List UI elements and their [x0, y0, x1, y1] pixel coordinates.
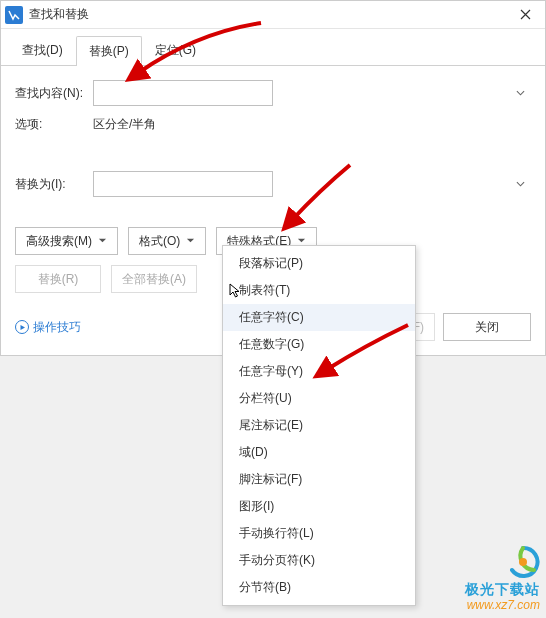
menu-item-footnote[interactable]: 脚注标记(F) — [223, 466, 415, 493]
menu-item-tab[interactable]: 制表符(T) — [223, 277, 415, 304]
tab-replace[interactable]: 替换(P) — [76, 36, 142, 66]
menu-item-paragraph[interactable]: 段落标记(P) — [223, 250, 415, 277]
dialog-body: 查找内容(N): 选项: 区分全/半角 替换为(I): — [1, 66, 545, 217]
find-label: 查找内容(N): — [15, 85, 93, 102]
close-icon[interactable] — [509, 3, 541, 27]
menu-item-column-break[interactable]: 分栏符(U) — [223, 385, 415, 412]
menu-item-section-break[interactable]: 分节符(B) — [223, 574, 415, 601]
replace-button: 替换(R) — [15, 265, 101, 293]
menu-item-any-letter[interactable]: 任意字母(Y) — [223, 358, 415, 385]
replace-all-button: 全部替换(A) — [111, 265, 197, 293]
tab-find[interactable]: 查找(D) — [9, 35, 76, 65]
titlebar: 查找和替换 — [1, 1, 545, 29]
tips-link[interactable]: 操作技巧 — [15, 319, 81, 336]
chevron-down-icon — [516, 180, 525, 189]
tab-bar: 查找(D) 替换(P) 定位(G) — [1, 29, 545, 66]
replace-input[interactable] — [93, 171, 273, 197]
logo-icon — [506, 545, 540, 579]
watermark: 极光下载站 www.xz7.com — [465, 545, 540, 612]
menu-item-field[interactable]: 域(D) — [223, 439, 415, 466]
app-icon — [5, 6, 23, 24]
chevron-down-icon — [516, 89, 525, 98]
chevron-down-icon — [186, 234, 195, 248]
play-icon — [15, 320, 29, 334]
menu-item-any-char[interactable]: 任意字符(C) — [223, 304, 415, 331]
window-title: 查找和替换 — [29, 6, 509, 23]
menu-item-graphic[interactable]: 图形(I) — [223, 493, 415, 520]
tab-goto[interactable]: 定位(G) — [142, 35, 209, 65]
menu-item-endnote[interactable]: 尾注标记(E) — [223, 412, 415, 439]
menu-item-any-digit[interactable]: 任意数字(G) — [223, 331, 415, 358]
watermark-name: 极光下载站 — [465, 581, 540, 598]
svg-point-0 — [519, 558, 527, 566]
menu-item-manual-linebreak[interactable]: 手动换行符(L) — [223, 520, 415, 547]
menu-item-manual-pagebreak[interactable]: 手动分页符(K) — [223, 547, 415, 574]
special-format-menu: 段落标记(P) 制表符(T) 任意字符(C) 任意数字(G) 任意字母(Y) 分… — [222, 245, 416, 606]
watermark-url: www.xz7.com — [465, 598, 540, 612]
options-value: 区分全/半角 — [93, 116, 156, 133]
format-button[interactable]: 格式(O) — [128, 227, 206, 255]
find-input[interactable] — [93, 80, 273, 106]
advanced-search-button[interactable]: 高级搜索(M) — [15, 227, 118, 255]
replace-label: 替换为(I): — [15, 176, 93, 193]
close-button[interactable]: 关闭 — [443, 313, 531, 341]
chevron-down-icon — [98, 234, 107, 248]
options-label: 选项: — [15, 116, 93, 133]
